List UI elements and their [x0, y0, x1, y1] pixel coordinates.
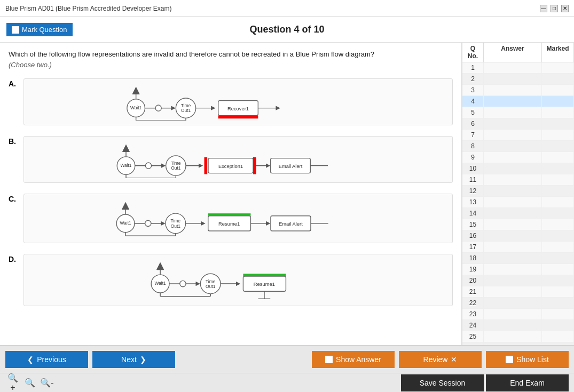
sidebar-row[interactable]: 3 — [462, 85, 574, 96]
mark-question-label: Mark Question — [22, 26, 67, 34]
sidebar-cell-qno: 5 — [462, 107, 484, 118]
svg-rect-74 — [243, 274, 286, 276]
sidebar-cell-answer — [484, 320, 542, 331]
close-button[interactable]: ✕ — [561, 5, 569, 12]
svg-rect-53 — [208, 213, 251, 216]
bottom-toolbar: ❮ Previous Next ❯ Show Answer Review ✕ S… — [0, 345, 574, 373]
sidebar-cell-qno: 12 — [462, 186, 484, 196]
svg-rect-29 — [205, 157, 208, 174]
bottom-toolbar-2: 🔍+ 🔍 🔍- Save Session End Exam — [0, 373, 574, 392]
show-answer-button[interactable]: Show Answer — [312, 351, 395, 368]
sidebar-cell-marked — [542, 219, 574, 230]
sidebar-cell-qno: 7 — [462, 130, 484, 140]
sidebar-row[interactable]: 5 — [462, 107, 574, 118]
sidebar-cell-answer — [484, 219, 542, 230]
review-button[interactable]: Review ✕ — [399, 351, 482, 368]
sidebar-cell-answer — [484, 96, 542, 107]
end-exam-label: End Exam — [510, 379, 545, 387]
sidebar-row[interactable]: 6 — [462, 118, 574, 130]
sidebar-row[interactable]: 20 — [462, 275, 574, 286]
svg-text:Email Alert: Email Alert — [279, 164, 303, 169]
minimize-button[interactable]: — — [540, 5, 547, 12]
sidebar-row[interactable]: 19 — [462, 264, 574, 275]
sidebar-row[interactable]: 13 — [462, 197, 574, 208]
end-exam-button[interactable]: End Exam — [486, 374, 569, 391]
sidebar-row[interactable]: 25 — [462, 331, 574, 342]
sidebar-cell-marked — [542, 275, 574, 286]
sidebar-cell-marked — [542, 286, 574, 297]
sidebar-cell-marked — [542, 152, 574, 163]
sidebar-row[interactable]: 21 — [462, 286, 574, 298]
sidebar-cell-answer — [484, 174, 542, 185]
sidebar-cell-answer — [484, 197, 542, 207]
sidebar-row[interactable]: 24 — [462, 320, 574, 331]
svg-text:Exception1: Exception1 — [218, 164, 243, 169]
sidebar-cell-qno: 24 — [462, 320, 484, 331]
zoom-reset-button[interactable]: 🔍 — [22, 375, 37, 390]
svg-text:Wait1: Wait1 — [130, 105, 141, 110]
show-list-button[interactable]: Show List — [486, 351, 569, 368]
sidebar-cell-qno: 4 — [462, 96, 484, 107]
svg-marker-0 — [132, 87, 139, 94]
sidebar-rows-container: 1 2 3 4 5 6 7 8 — [462, 62, 574, 345]
svg-text:Wait1: Wait1 — [120, 220, 131, 226]
sidebar-col-marked: Marked — [542, 43, 574, 62]
sidebar-row[interactable]: 12 — [462, 186, 574, 197]
sidebar-row[interactable]: 17 — [462, 242, 574, 253]
checkbox-icon — [12, 26, 19, 34]
answer-option-c[interactable]: C. Wait1 — [9, 194, 453, 243]
sidebar-col-qno: Q No. — [462, 43, 484, 62]
sidebar-row[interactable]: 10 — [462, 163, 574, 174]
svg-point-65 — [180, 281, 186, 286]
show-list-label: Show List — [516, 355, 549, 364]
sidebar-cell-qno: 10 — [462, 163, 484, 174]
answer-option-a[interactable]: A. Wait1 — [9, 78, 453, 125]
sidebar-row[interactable]: 8 — [462, 141, 574, 152]
svg-text:Out1: Out1 — [206, 284, 216, 289]
sidebar-cell-marked — [542, 107, 574, 118]
sidebar-row[interactable]: 22 — [462, 298, 574, 309]
sidebar-row[interactable]: 2 — [462, 74, 574, 85]
svg-rect-32 — [253, 157, 256, 174]
save-session-label: Save Session — [420, 379, 466, 387]
sidebar-cell-answer — [484, 118, 542, 129]
previous-button[interactable]: ❮ Previous — [5, 351, 88, 368]
sidebar-cell-marked — [542, 130, 574, 140]
sidebar-row[interactable]: 23 — [462, 309, 574, 320]
sidebar-row[interactable]: 1 — [462, 62, 574, 74]
sidebar-row[interactable]: 16 — [462, 230, 574, 242]
sidebar-row[interactable]: 18 — [462, 253, 574, 264]
next-arrow-icon: ❯ — [140, 355, 146, 364]
sidebar-cell-marked — [542, 264, 574, 275]
sidebar-col-answer: Answer — [484, 43, 542, 62]
sidebar-row[interactable]: 4 — [462, 96, 574, 107]
svg-marker-18 — [122, 145, 129, 151]
sidebar-cell-marked — [542, 174, 574, 185]
sidebar-cell-qno: 21 — [462, 286, 484, 297]
sidebar-cell-marked — [542, 253, 574, 263]
answer-letter-a: A. — [9, 78, 19, 88]
sidebar-row[interactable]: 9 — [462, 152, 574, 163]
sidebar-cell-marked — [542, 230, 574, 241]
show-answer-checkbox-icon — [325, 356, 333, 363]
save-session-button[interactable]: Save Session — [401, 374, 484, 391]
answer-diagram-c: Wait1 Time Out1 Resume1 — [23, 194, 453, 243]
answer-option-d[interactable]: D. Wait1 — [9, 254, 453, 306]
previous-label: Previous — [37, 355, 66, 364]
mark-question-button[interactable]: Mark Question — [6, 23, 73, 36]
sidebar-row[interactable]: 14 — [462, 208, 574, 219]
sidebar-cell-answer — [484, 298, 542, 308]
answer-diagram-b: Wait1 Time Out1 — [23, 136, 453, 183]
answer-option-b[interactable]: B. Wait1 — [9, 136, 453, 183]
maximize-button[interactable]: □ — [551, 5, 558, 12]
sidebar-row[interactable]: 11 — [462, 174, 574, 186]
sidebar-row[interactable]: 15 — [462, 219, 574, 230]
sidebar-row[interactable]: 7 — [462, 130, 574, 141]
sidebar-cell-marked — [542, 186, 574, 196]
svg-text:Wait1: Wait1 — [120, 163, 131, 168]
zoom-out-button[interactable]: 🔍- — [40, 375, 54, 390]
zoom-in-button[interactable]: 🔍+ — [5, 375, 20, 390]
next-button[interactable]: Next ❯ — [92, 351, 175, 368]
svg-text:Recover1: Recover1 — [227, 106, 249, 111]
sidebar-cell-answer — [484, 253, 542, 263]
